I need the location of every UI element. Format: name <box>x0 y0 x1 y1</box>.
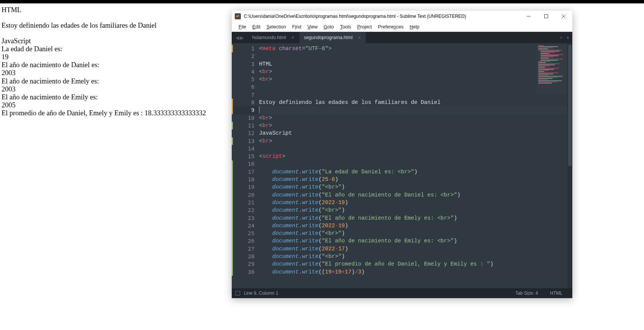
os-topbar <box>0 0 644 3</box>
output-line: El año de nacimiento de Emely es: <box>2 77 206 85</box>
tab-holamundo[interactable]: holamundo.html × <box>248 32 299 43</box>
output-line: 19 <box>2 53 206 61</box>
output-line: 2003 <box>2 69 206 77</box>
scrollbar-thumb[interactable] <box>568 45 572 166</box>
chevron-left-icon[interactable]: ◀ <box>236 35 239 41</box>
page-script-label: JavaScript <box>2 37 206 45</box>
tab-label: holamundo.html <box>252 35 286 40</box>
code-editor[interactable]: <meta charset="UTF-8">HTML<br><br>Estoy … <box>259 43 572 288</box>
minimize-button[interactable] <box>520 11 537 22</box>
tab-menu-icon[interactable]: ▾ <box>567 35 569 41</box>
sublime-window: C:\Users\dania\OneDrive\Escritorio\progr… <box>232 11 572 298</box>
menu-goto[interactable]: Goto <box>320 23 337 31</box>
tab-nav-arrows[interactable]: ◀ ▶ <box>232 32 248 43</box>
vertical-scrollbar[interactable] <box>567 43 572 288</box>
editor-area[interactable]: 1234567891011121314151617181920212223242… <box>232 43 572 288</box>
menu-tools[interactable]: Tools <box>337 23 354 31</box>
close-icon[interactable]: × <box>358 35 361 41</box>
output-line: El año de nacimiento de Emily es: <box>2 93 206 101</box>
close-icon[interactable]: × <box>291 35 294 41</box>
tab-bar: ◀ ▶ holamundo.html × segundoprograma.htm… <box>232 32 572 43</box>
status-bar: Line 9, Column 1 Tab Size: 4 HTML <box>232 288 572 298</box>
close-button[interactable] <box>555 11 572 22</box>
menu-bar: File Edit Selection Find View Goto Tools… <box>232 22 572 32</box>
panel-switcher-icon[interactable] <box>236 291 240 295</box>
tab-segundoprograma[interactable]: segundoprograma.html × <box>299 32 366 43</box>
maximize-button[interactable] <box>537 11 555 22</box>
minimap[interactable] <box>537 45 567 94</box>
menu-help[interactable]: Help <box>407 23 423 31</box>
tab-label: segundoprograma.html <box>304 35 353 40</box>
page-subtitle: Estoy definiendo las edades de los famil… <box>2 22 206 30</box>
output-line: La edad de Daniel es: <box>2 45 206 53</box>
chevron-right-icon[interactable]: ▶ <box>240 35 244 41</box>
svg-rect-1 <box>545 15 548 18</box>
browser-page: HTML Estoy definiendo las edades de los … <box>2 6 206 117</box>
menu-project[interactable]: Project <box>354 23 375 31</box>
output-line: 2005 <box>2 101 206 109</box>
menu-find[interactable]: Find <box>289 23 304 31</box>
output-line: El promedio de año de Daniel, Emely y Em… <box>2 109 206 117</box>
menu-edit[interactable]: Edit <box>249 23 264 31</box>
output-line: 2003 <box>2 85 206 93</box>
menu-preferences[interactable]: Preferences <box>375 23 407 31</box>
line-number-gutter[interactable]: 1234567891011121314151617181920212223242… <box>232 43 259 288</box>
syntax-indicator[interactable]: HTML <box>544 291 569 296</box>
menu-file[interactable]: File <box>236 23 249 31</box>
window-titlebar[interactable]: C:\Users\dania\OneDrive\Escritorio\progr… <box>232 11 572 22</box>
output-line: El año de nacimiento de Daniel es: <box>2 61 206 69</box>
tab-size-indicator[interactable]: Tab Size: 4 <box>509 291 544 296</box>
sublime-logo-icon <box>235 13 241 19</box>
new-tab-icon[interactable]: ＋ <box>559 35 564 41</box>
page-title: HTML <box>2 6 206 14</box>
cursor-position: Line 9, Column 1 <box>244 291 278 296</box>
menu-selection[interactable]: Selection <box>264 23 289 31</box>
menu-view[interactable]: View <box>304 23 320 31</box>
window-title: C:\Users\dania\OneDrive\Escritorio\progr… <box>244 14 520 19</box>
